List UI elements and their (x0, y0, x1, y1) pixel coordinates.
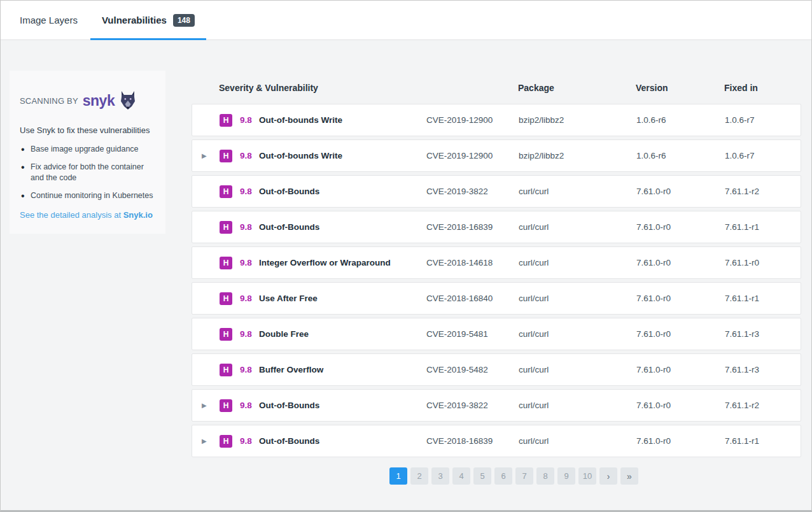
fixed-in-version: 7.61.1-r2 (725, 401, 801, 410)
severity-badge: H (220, 185, 232, 198)
page-button-5[interactable]: 5 (473, 467, 491, 485)
page-button-3[interactable]: 3 (431, 467, 449, 485)
cve-id: CVE-2018-14618 (426, 258, 519, 267)
package-name: bzip2/libbz2 (519, 115, 636, 125)
severity-badge: H (220, 328, 232, 341)
tab-bar: Image Layers Vulnerabilities 148 (1, 1, 811, 40)
snyk-benefit-item: Base image upgrade guidance (20, 144, 154, 155)
cvss-score: 9.8 (240, 258, 259, 267)
next-page-button[interactable]: › (599, 467, 617, 485)
expand-arrow-icon[interactable]: ▶ (202, 437, 214, 444)
pagination: 12345678910›» (192, 467, 801, 485)
table-row[interactable]: ▶ H 9.8 Integer Overflow or Wraparound C… (192, 246, 801, 279)
header-version: Version (636, 83, 724, 93)
vulnerability-title: Out-of-Bounds (259, 222, 319, 232)
package-name: curl/curl (519, 222, 636, 232)
scanning-by-row: SCANNING BY snyk (20, 91, 154, 110)
cve-id: CVE-2019-12900 (426, 115, 519, 125)
vulnerability-table: Severity & Vulnerability Package Version… (192, 72, 801, 485)
severity-badge: H (220, 221, 232, 234)
vulnerability-title: Out-of-bounds Write (259, 115, 342, 125)
tab-vulnerabilities[interactable]: Vulnerabilities 148 (90, 1, 206, 39)
severity-badge: H (220, 364, 232, 376)
table-row[interactable]: ▶ H 9.8 Buffer Overflow CVE-2019-5482 cu… (192, 353, 801, 386)
table-row[interactable]: ▶ H 9.8 Out-of-Bounds CVE-2018-16839 cur… (192, 211, 801, 243)
package-version: 7.61.0-r0 (636, 401, 725, 410)
expand-arrow-icon[interactable]: ▶ (202, 152, 214, 159)
snyk-analysis-link[interactable]: See the detailed analysis at Snyk.io (20, 210, 154, 220)
snyk-link-text: See the detailed analysis at (20, 210, 121, 220)
vulnerability-title: Out-of-Bounds (259, 436, 319, 446)
package-version: 7.61.0-r0 (636, 294, 725, 303)
cve-id: CVE-2019-5482 (426, 365, 519, 374)
package-name: curl/curl (519, 436, 636, 446)
vulnerability-title: Out-of-bounds Write (259, 151, 342, 160)
snyk-logo: snyk (83, 94, 115, 108)
table-row[interactable]: ▶ H 9.8 Out-of-Bounds CVE-2019-3822 curl… (192, 389, 801, 422)
table-row[interactable]: ▶ H 9.8 Out-of-Bounds CVE-2019-3822 curl… (192, 175, 801, 208)
header-severity-vulnerability: Severity & Vulnerability (192, 83, 426, 93)
vulnerability-title: Buffer Overflow (259, 365, 323, 374)
page-button-4[interactable]: 4 (452, 467, 470, 485)
package-name: curl/curl (519, 401, 636, 410)
cve-id: CVE-2019-3822 (426, 401, 519, 410)
table-row[interactable]: ▶ H 9.8 Out-of-Bounds CVE-2018-16839 cur… (192, 425, 801, 457)
page-button-8[interactable]: 8 (536, 467, 554, 485)
package-version: 7.61.0-r0 (636, 187, 725, 196)
vulnerability-count-badge: 148 (173, 14, 195, 27)
cve-id: CVE-2019-3822 (426, 187, 519, 196)
package-version: 1.0.6-r6 (636, 151, 725, 160)
package-version: 7.61.0-r0 (636, 436, 725, 446)
severity-badge: H (220, 257, 232, 269)
severity-vulnerability-cell: ▶ H 9.8 Integer Overflow or Wraparound (192, 257, 426, 269)
snyk-benefit-item: Continue monitoring in Kubernetes (20, 190, 154, 201)
fixed-in-version: 7.61.1-r0 (725, 258, 801, 267)
cvss-score: 9.8 (240, 187, 259, 196)
table-body: ▶ H 9.8 Out-of-bounds Write CVE-2019-129… (192, 104, 801, 457)
cvss-score: 9.8 (240, 329, 259, 339)
severity-vulnerability-cell: ▶ H 9.8 Buffer Overflow (192, 364, 426, 376)
table-header-row: Severity & Vulnerability Package Version… (192, 72, 801, 104)
package-version: 7.61.0-r0 (636, 222, 725, 232)
last-page-button[interactable]: » (620, 467, 638, 485)
severity-vulnerability-cell: ▶ H 9.8 Out-of-Bounds (192, 399, 426, 412)
severity-badge: H (220, 150, 232, 162)
tab-image-layers[interactable]: Image Layers (20, 1, 78, 39)
snyk-io-link[interactable]: Snyk.io (123, 210, 153, 220)
fixed-in-version: 7.61.1-r1 (725, 294, 801, 303)
snyk-benefits-list: Base image upgrade guidanceFix advice fo… (20, 144, 154, 201)
severity-vulnerability-cell: ▶ H 9.8 Out-of-Bounds (192, 221, 426, 234)
header-fixed-in: Fixed in (724, 83, 801, 93)
cve-id: CVE-2018-16840 (426, 294, 519, 303)
page-button-9[interactable]: 9 (557, 467, 575, 485)
table-row[interactable]: ▶ H 9.8 Use After Free CVE-2018-16840 cu… (192, 282, 801, 315)
table-row[interactable]: ▶ H 9.8 Double Free CVE-2019-5481 curl/c… (192, 318, 801, 350)
table-row[interactable]: ▶ H 9.8 Out-of-bounds Write CVE-2019-129… (192, 139, 801, 172)
fixed-in-version: 7.61.1-r1 (725, 436, 801, 446)
vulnerability-scan-page: Image Layers Vulnerabilities 148 SCANNIN… (0, 0, 812, 512)
severity-vulnerability-cell: ▶ H 9.8 Double Free (192, 328, 426, 341)
package-name: curl/curl (519, 294, 636, 303)
expand-arrow-icon[interactable]: ▶ (202, 402, 214, 409)
snyk-dog-icon (120, 91, 136, 110)
table-row[interactable]: ▶ H 9.8 Out-of-bounds Write CVE-2019-129… (192, 104, 801, 136)
package-name: bzip2/libbz2 (519, 151, 636, 160)
cvss-score: 9.8 (240, 115, 259, 125)
snyk-info-panel: SCANNING BY snyk Use Snyk to fix these v… (10, 71, 165, 234)
severity-badge: H (220, 292, 232, 305)
page-button-7[interactable]: 7 (515, 467, 533, 485)
tab-vulnerabilities-label: Vulnerabilities (102, 15, 167, 25)
header-package: Package (518, 83, 636, 93)
snyk-benefit-item: Fix advice for both the container and th… (20, 162, 154, 183)
cve-id: CVE-2019-12900 (426, 151, 519, 160)
fixed-in-version: 7.61.1-r3 (725, 365, 801, 374)
scanning-by-label: SCANNING BY (20, 96, 78, 106)
package-name: curl/curl (519, 365, 636, 374)
page-button-6[interactable]: 6 (494, 467, 512, 485)
package-version: 7.61.0-r0 (636, 365, 725, 374)
page-button-1[interactable]: 1 (389, 467, 407, 485)
page-button-10[interactable]: 10 (578, 467, 596, 485)
fixed-in-version: 7.61.1-r3 (725, 329, 801, 339)
page-button-2[interactable]: 2 (410, 467, 428, 485)
package-version: 7.61.0-r0 (636, 329, 725, 339)
